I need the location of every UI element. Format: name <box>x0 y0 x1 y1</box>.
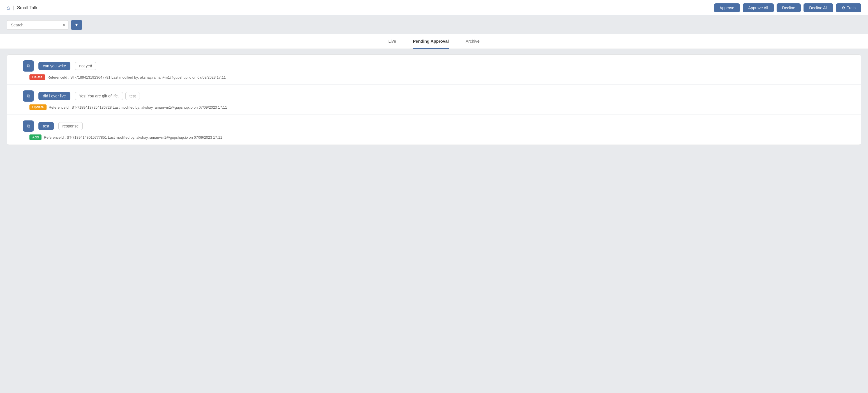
responses-area-3: response <box>58 122 854 130</box>
tab-live[interactable]: Live <box>388 34 396 49</box>
meta-text-3: ReferenceId : ST-71894148015777851 Last … <box>44 135 222 140</box>
gear-icon: ⚙ <box>842 6 845 10</box>
meta-text-2: ReferenceId : ST-71894137254136728 Last … <box>49 105 227 110</box>
search-clear-button[interactable]: ✕ <box>62 23 66 27</box>
decline-button[interactable]: Decline <box>777 3 801 12</box>
copy-button-3[interactable]: ⧉ <box>23 120 34 132</box>
tabs-container: Live Pending Approval Archive <box>0 34 868 49</box>
badge-add-3: Add <box>29 135 41 140</box>
row-top: ⧉ test response <box>14 120 854 132</box>
list-item: ⧉ test response Add ReferenceId : ST-718… <box>7 115 861 145</box>
filter-icon: ▼ <box>74 23 79 28</box>
approve-button[interactable]: Approve <box>714 3 740 12</box>
list-item: ⧉ can you write not yet! Delete Referenc… <box>7 55 861 85</box>
response-tag: not yet! <box>75 62 96 70</box>
copy-button-2[interactable]: ⧉ <box>23 90 34 102</box>
intent-tag-1: can you write <box>38 62 70 70</box>
search-area: ✕ ▼ <box>0 16 868 34</box>
checkbox-col <box>14 64 18 68</box>
main-content: ⧉ can you write not yet! Delete Referenc… <box>0 49 868 150</box>
badge-update-2: Update <box>29 105 46 110</box>
checkbox-col <box>14 124 18 128</box>
checkbox-col <box>14 94 18 98</box>
meta-row-3: Add ReferenceId : ST-71894148015777851 L… <box>29 135 854 140</box>
search-input[interactable] <box>7 20 68 30</box>
meta-row-2: Update ReferenceId : ST-7189413725413672… <box>29 105 854 110</box>
row-checkbox-3[interactable] <box>14 124 18 128</box>
search-wrap: ✕ <box>7 20 68 30</box>
copy-icon: ⧉ <box>27 93 30 99</box>
responses-area-2: Yes! You are gift of life. test <box>75 92 854 100</box>
response-tag: response <box>58 122 83 130</box>
header-divider: | <box>13 5 14 11</box>
row-checkbox-2[interactable] <box>14 94 18 98</box>
page-title: Small Talk <box>17 5 714 10</box>
filter-button[interactable]: ▼ <box>71 20 82 30</box>
responses-area-1: not yet! <box>75 62 854 70</box>
copy-button-1[interactable]: ⧉ <box>23 60 34 72</box>
intent-tag-3: test <box>38 122 54 130</box>
row-checkbox-1[interactable] <box>14 64 18 68</box>
response-tag: test <box>125 92 140 100</box>
intent-tag-2: did i ever live <box>38 92 70 100</box>
approve-all-button[interactable]: Approve All <box>743 3 774 12</box>
copy-icon: ⧉ <box>27 123 30 129</box>
header: ⌂ | Small Talk Approve Approve All Decli… <box>0 0 868 16</box>
row-top: ⧉ did i ever live Yes! You are gift of l… <box>14 90 854 102</box>
row-top: ⧉ can you write not yet! <box>14 60 854 72</box>
meta-row-1: Delete ReferenceId : ST-7189413192364779… <box>29 75 854 80</box>
copy-icon: ⧉ <box>27 63 30 68</box>
tab-archive[interactable]: Archive <box>466 34 480 49</box>
rows-card: ⧉ can you write not yet! Delete Referenc… <box>7 54 861 145</box>
meta-text-1: ReferenceId : ST-71894131923647791 Last … <box>48 75 226 79</box>
decline-all-button[interactable]: Decline All <box>804 3 833 12</box>
list-item: ⧉ did i ever live Yes! You are gift of l… <box>7 85 861 115</box>
badge-delete-1: Delete <box>29 75 45 80</box>
home-icon[interactable]: ⌂ <box>7 4 10 11</box>
train-button[interactable]: ⚙ Train <box>836 3 861 12</box>
response-tag: Yes! You are gift of life. <box>75 92 123 100</box>
header-actions: Approve Approve All Decline Decline All … <box>714 3 861 12</box>
tab-pending-approval[interactable]: Pending Approval <box>413 34 449 49</box>
